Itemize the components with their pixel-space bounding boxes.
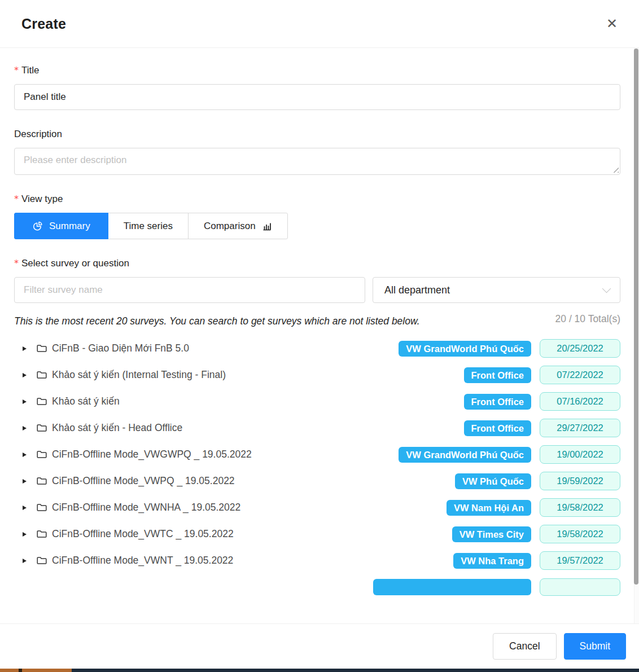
expand-caret-icon[interactable] (23, 532, 27, 537)
survey-location-badge: VW Times City (452, 526, 531, 542)
expand-caret-icon[interactable] (23, 346, 27, 351)
submit-button[interactable]: Submit (564, 633, 626, 660)
survey-date-badge (540, 578, 620, 596)
survey-location-badge (373, 579, 531, 595)
survey-row[interactable]: CiFnB-Offline Mode_VWNT _ 19.05.2022 VW … (14, 547, 620, 574)
select-survey-label: * Select survey or question (14, 258, 620, 269)
survey-location-badge: Front Office (464, 367, 532, 383)
survey-row[interactable]: CiFnB-Offline Mode_VWNHA _ 19.05.2022 VW… (14, 494, 620, 521)
create-panel-modal: Create ✕ * Title Description * View type (0, 0, 639, 672)
tab-comparison-label: Comparison (204, 221, 256, 232)
folder-icon (36, 502, 47, 513)
department-select[interactable]: All department (373, 277, 620, 303)
survey-row[interactable]: Khảo sát ý kiến (Internal Testing - Fina… (14, 362, 620, 388)
survey-name: Khảo sát ý kiến - Head Offlice (52, 422, 182, 434)
survey-date-badge: 19/58/2022 (540, 525, 620, 543)
survey-date-badge: 19/59/2022 (540, 472, 620, 490)
expand-caret-icon[interactable] (23, 399, 27, 404)
survey-row[interactable]: CiFnB - Giao Diện Mới FnB 5.0 VW GrandWo… (14, 335, 620, 362)
bar-chart-icon (262, 221, 272, 231)
survey-location-badge: VW Nam Hội An (447, 500, 531, 516)
description-label: Description (14, 129, 620, 140)
survey-name: Khảo sát ý kiến (Internal Testing - Fina… (52, 369, 226, 381)
survey-row[interactable]: CiFnB-Offline Mode_VWPQ _ 19.05.2022 VW … (14, 468, 620, 494)
survey-date-badge: 19/00/2022 (540, 445, 620, 464)
survey-name: CiFnB-Offline Mode_VWGWPQ _ 19.05.2022 (52, 449, 252, 460)
survey-name: CiFnB-Offline Mode_VWTC _ 19.05.2022 (52, 528, 234, 540)
folder-icon (36, 449, 47, 460)
folder-icon (36, 343, 47, 354)
expand-caret-icon[interactable] (23, 479, 27, 484)
chevron-down-icon (602, 284, 611, 293)
folder-icon (36, 529, 47, 539)
total-count: 20 / 10 Total(s) (555, 312, 620, 325)
description-input[interactable] (14, 148, 620, 175)
survey-row[interactable]: CiFnB-Offline Mode_VWGWPQ _ 19.05.2022 V… (14, 441, 620, 468)
expand-caret-icon[interactable] (23, 559, 27, 563)
survey-row[interactable]: Khảo sát ý kiến - Head Offlice Front Off… (14, 415, 620, 441)
survey-name: CiFnB - Giao Diện Mới FnB 5.0 (52, 342, 189, 354)
view-type-label-text: View type (21, 194, 63, 205)
folder-icon (36, 396, 47, 407)
folder-icon (36, 476, 47, 486)
filter-row: All department (14, 277, 620, 303)
survey-date-badge: 07/22/2022 (540, 366, 620, 384)
expand-caret-icon[interactable] (23, 506, 27, 510)
filter-survey-input[interactable] (14, 277, 365, 303)
required-asterisk: * (14, 65, 19, 76)
title-label-text: Title (21, 65, 40, 76)
pie-chart-icon (32, 221, 43, 231)
scrollbar-thumb[interactable] (634, 49, 638, 585)
survey-date-badge: 20/25/2022 (540, 339, 620, 358)
notice-text: This is the most recent 20 surveys. You … (14, 312, 420, 330)
modal-footer: Cancel Submit (0, 623, 639, 669)
background-page-strip (0, 669, 639, 672)
tab-summary-label: Summary (49, 221, 90, 232)
survey-location-badge: VW GrandWorld Phú Quốc (399, 447, 531, 463)
tab-summary[interactable]: Summary (14, 213, 108, 239)
survey-row[interactable]: CiFnB-Offline Mode_VWTC _ 19.05.2022 VW … (14, 521, 620, 547)
view-type-tab-group: Summary Time series Comparison (14, 213, 620, 239)
survey-location-badge: VW Phú Quốc (455, 473, 531, 489)
tab-time-series-label: Time series (124, 221, 173, 232)
department-select-value: All department (384, 284, 450, 296)
survey-list: CiFnB - Giao Diện Mới FnB 5.0 VW GrandWo… (14, 335, 620, 600)
strip-segment (22, 669, 72, 672)
title-label: * Title (14, 65, 620, 76)
survey-location-badge: VW GrandWorld Phú Quốc (399, 341, 531, 357)
required-asterisk: * (14, 194, 19, 204)
folder-icon (36, 555, 47, 566)
description-label-text: Description (14, 129, 62, 140)
tab-comparison[interactable]: Comparison (188, 213, 288, 239)
title-input[interactable] (14, 84, 620, 110)
modal-body: * Title Description * View type Su (0, 48, 639, 623)
survey-name: CiFnB-Offline Mode_VWNHA _ 19.05.2022 (52, 502, 240, 513)
close-icon[interactable]: ✕ (604, 15, 620, 33)
view-type-label: * View type (14, 194, 620, 205)
expand-caret-icon[interactable] (23, 426, 27, 431)
survey-row[interactable]: Khảo sát ý kiến Front Office 07/16/2022 (14, 388, 620, 415)
strip-segment (72, 669, 639, 672)
modal-header: Create ✕ (0, 0, 639, 48)
survey-date-badge: 19/58/2022 (540, 498, 620, 517)
survey-location-badge: Front Office (464, 420, 532, 436)
notice-row: This is the most recent 20 surveys. You … (14, 312, 620, 330)
modal-title: Create (21, 16, 66, 32)
survey-date-badge: 19/57/2022 (540, 551, 620, 570)
required-asterisk: * (14, 258, 19, 269)
survey-location-badge: Front Office (464, 394, 532, 410)
folder-icon (36, 423, 47, 433)
survey-name: CiFnB-Offline Mode_VWPQ _ 19.05.2022 (52, 475, 235, 487)
survey-date-badge: 07/16/2022 (540, 392, 620, 411)
expand-caret-icon[interactable] (23, 453, 27, 457)
folder-icon (36, 370, 47, 380)
strip-segment (0, 669, 19, 672)
select-survey-label-text: Select survey or question (21, 258, 129, 269)
scrollbar-track[interactable] (634, 48, 639, 623)
survey-location-badge: VW Nha Trang (453, 553, 531, 569)
cancel-button[interactable]: Cancel (493, 633, 556, 660)
survey-row[interactable] (14, 574, 620, 600)
tab-time-series[interactable]: Time series (108, 213, 189, 239)
survey-name: CiFnB-Offline Mode_VWNT _ 19.05.2022 (52, 555, 233, 566)
expand-caret-icon[interactable] (23, 373, 27, 377)
